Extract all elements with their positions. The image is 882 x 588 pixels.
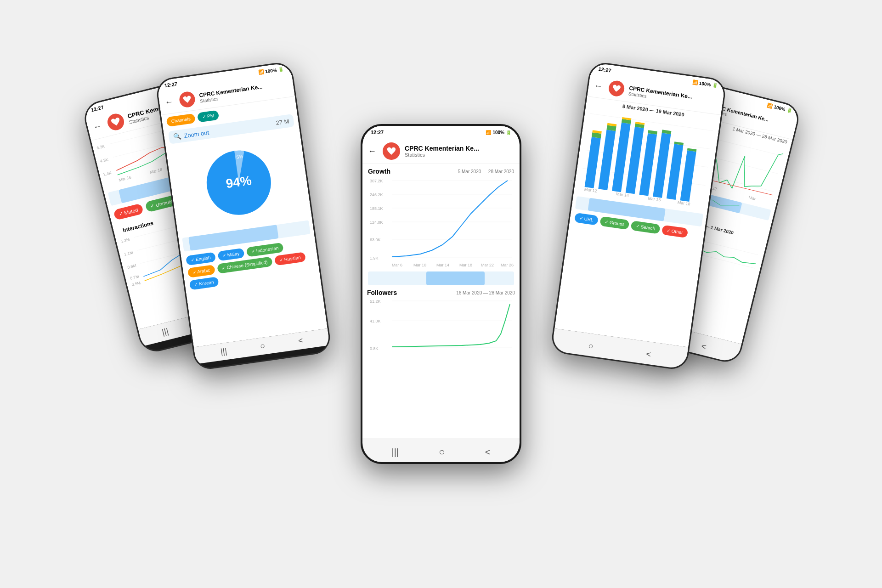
pm-tag[interactable]: ✓ PM xyxy=(197,110,219,122)
svg-text:Mar 26: Mar 26 xyxy=(501,263,514,267)
logo-left1 xyxy=(178,90,196,108)
time-left2: 12:27 xyxy=(90,104,104,113)
battery-left1: 100% xyxy=(265,67,277,74)
pie-chart-container: 94% 5% xyxy=(165,128,312,237)
back-arrow-left2[interactable]: ← xyxy=(92,121,103,132)
svg-text:Mar 10: Mar 10 xyxy=(413,263,426,267)
svg-text:185.1K: 185.1K xyxy=(370,206,383,211)
nav-home-center[interactable]: ○ xyxy=(439,446,445,458)
svg-rect-52 xyxy=(598,130,616,190)
svg-rect-65 xyxy=(667,144,684,200)
tag-korean[interactable]: ✓ Korean xyxy=(189,277,219,290)
svg-text:Mar: Mar xyxy=(748,195,756,201)
svg-text:1.1M: 1.1M xyxy=(124,250,133,256)
nav-recent-right1[interactable]: < xyxy=(645,349,651,359)
svg-text:Mar 14: Mar 14 xyxy=(436,263,449,267)
tag-url[interactable]: ✓ URL xyxy=(574,213,599,226)
svg-text:4.3K: 4.3K xyxy=(100,157,109,164)
svg-text:1.9K: 1.9K xyxy=(370,256,379,260)
svg-text:0.8K: 0.8K xyxy=(370,346,379,351)
tag-malay[interactable]: ✓ Malay xyxy=(217,248,245,261)
nav-recent-center[interactable]: < xyxy=(485,447,491,458)
tag-russian[interactable]: ✓ Russian xyxy=(274,252,306,266)
followers-date: 16 Mar 2020 — 28 Mar 2020 xyxy=(456,290,515,295)
back-arrow-center[interactable]: ← xyxy=(368,147,376,156)
svg-text:124.0K: 124.0K xyxy=(370,220,383,225)
svg-text:Mar 16: Mar 16 xyxy=(118,175,131,182)
signal-icon-left1: 📶 xyxy=(258,69,264,75)
logo-center xyxy=(383,142,400,160)
app-title-center: CPRC Kementerian Ke... Statistics xyxy=(405,145,514,158)
status-bar-center: 12:27 📶 100%🔋 xyxy=(362,126,520,139)
logo-left2 xyxy=(106,112,126,132)
phones-container: 12:27 📶 100% ← CPRC Kementerian Ke... St… xyxy=(96,41,786,547)
svg-text:63.0K: 63.0K xyxy=(370,237,381,242)
nav-back-center[interactable]: ||| xyxy=(392,447,399,458)
svg-text:246.2K: 246.2K xyxy=(370,192,383,197)
time-left1: 12:27 xyxy=(164,81,178,88)
nav-recent-left1[interactable]: < xyxy=(298,336,304,346)
svg-text:51.2K: 51.2K xyxy=(370,299,381,304)
back-arrow-left1[interactable]: ← xyxy=(164,96,174,107)
range-bar-center[interactable] xyxy=(368,271,514,285)
back-arrow-right1[interactable]: ← xyxy=(594,80,603,91)
svg-text:0.7M: 0.7M xyxy=(130,274,139,280)
logo-right1 xyxy=(608,79,625,97)
svg-text:2.4K: 2.4K xyxy=(103,170,112,177)
tag-english[interactable]: ✓ English xyxy=(186,252,216,266)
channels-tag[interactable]: Channels xyxy=(166,113,196,127)
bar-chart-right1: Mar 12 Mar 14 Mar 16 Mar 18 xyxy=(573,106,719,214)
tag-other[interactable]: ✓ Other xyxy=(662,225,688,238)
nav-home-left1[interactable]: ○ xyxy=(260,341,266,351)
svg-text:Mar 22: Mar 22 xyxy=(481,263,494,267)
nav-back-left1[interactable]: ||| xyxy=(220,346,228,357)
signal-icon-center: 📶 xyxy=(486,130,491,135)
svg-text:6.3K: 6.3K xyxy=(96,144,105,150)
tag-arabic[interactable]: ✓ Arabic xyxy=(187,265,215,278)
bottom-nav-center: ||| ○ < xyxy=(362,438,520,464)
svg-text:307.2K: 307.2K xyxy=(370,179,383,183)
svg-text:Mar 18: Mar 18 xyxy=(459,263,472,267)
svg-text:41.0K: 41.0K xyxy=(370,319,381,323)
tag-indonesian[interactable]: ✓ Indonesian xyxy=(246,243,284,257)
time-right1: 12:27 xyxy=(598,66,612,74)
nav-back-left2[interactable]: ||| xyxy=(161,326,170,337)
svg-rect-67 xyxy=(680,150,696,202)
growth-title: Growth xyxy=(368,168,390,175)
svg-text:Mar 6: Mar 6 xyxy=(392,263,402,267)
followers-section: Followers 16 Mar 2020 — 28 Mar 2020 51.2… xyxy=(362,286,520,359)
svg-text:5%: 5% xyxy=(236,154,243,160)
growth-date: 5 Mar 2020 — 28 Mar 2020 xyxy=(458,169,514,174)
nav-recent-right2[interactable]: < xyxy=(700,341,707,352)
svg-text:Mar 12: Mar 12 xyxy=(584,187,597,193)
svg-text:1.3M: 1.3M xyxy=(120,237,130,243)
svg-text:Mar 18: Mar 18 xyxy=(149,167,163,175)
svg-text:0.9M: 0.9M xyxy=(127,263,136,270)
growth-section: Growth 5 Mar 2020 — 28 Mar 2020 307.2K 2… xyxy=(362,164,520,271)
followers-title: Followers xyxy=(367,289,397,296)
svg-rect-49 xyxy=(585,137,601,188)
header-center: ← CPRC Kementerian Ke... Statistics xyxy=(362,139,520,164)
time-center: 12:27 xyxy=(371,130,384,135)
tag-groups[interactable]: ✓ Groups xyxy=(599,216,630,230)
svg-text:0.5M: 0.5M xyxy=(131,281,141,287)
nav-home-right1[interactable]: ○ xyxy=(588,341,594,351)
phone-center: 12:27 📶 100%🔋 ← CPRC Kementerian Ke... S… xyxy=(361,124,521,464)
tag-search[interactable]: ✓ Search xyxy=(631,220,661,234)
